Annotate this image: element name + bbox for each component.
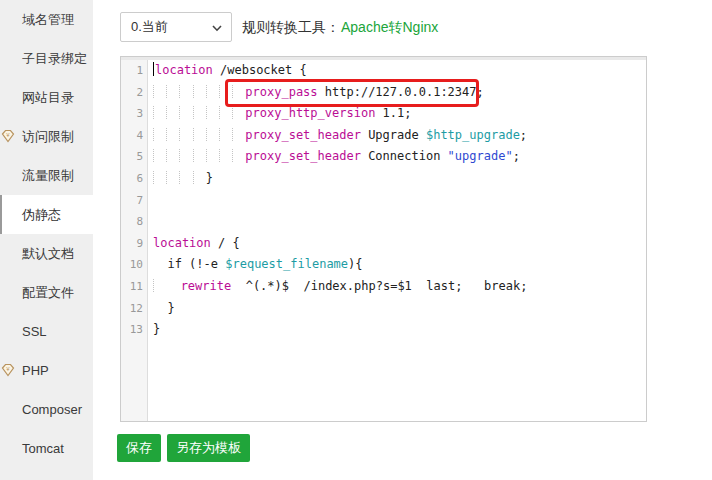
converter-tool-label: 规则转换工具： xyxy=(242,12,340,42)
sidebar-item-1[interactable]: 域名管理 xyxy=(0,0,93,39)
pro-gem-icon: ¥ xyxy=(1,363,15,377)
tab-indent-guide xyxy=(193,106,206,119)
sidebar-item-5[interactable]: 流量限制 xyxy=(0,156,93,195)
code-line-11: rewrite ^(.*)$ /index.php?s=$1 last; bre… xyxy=(153,276,646,298)
tab-indent-guide xyxy=(166,106,179,119)
rule-template-select-value: 0.当前 xyxy=(131,19,168,34)
editor-gutter: 12345678910111213 xyxy=(121,57,148,421)
sidebar-item-11[interactable]: Composer xyxy=(0,390,93,429)
pseudo-static-settings-page: 域名管理子目录绑定网站目录¥访问限制流量限制伪静态默认文档配置文件SSL¥PHP… xyxy=(0,0,712,480)
tab-indent-guide xyxy=(219,128,232,141)
code-line-5: proxy_set_header Connection "upgrade"; xyxy=(153,146,646,168)
rewrite-rule-editor[interactable]: 12345678910111213 location /websocket {p… xyxy=(120,56,647,422)
tab-indent-guide xyxy=(153,279,166,292)
rule-template-select[interactable]: 0.当前 xyxy=(120,12,232,42)
tab-indent-guide xyxy=(153,149,166,162)
save-as-template-button[interactable]: 另存为模板 xyxy=(167,434,250,462)
sidebar-item-label: Composer xyxy=(22,402,82,417)
tab-indent-guide xyxy=(179,171,192,184)
tab-indent-guide xyxy=(179,106,192,119)
sidebar-item-label: Tomcat xyxy=(22,441,64,456)
sidebar: 域名管理子目录绑定网站目录¥访问限制流量限制伪静态默认文档配置文件SSL¥PHP… xyxy=(0,0,93,480)
tab-indent-guide xyxy=(179,149,192,162)
code-line-3: proxy_http_version 1.1; xyxy=(153,103,646,125)
code-line-13: } xyxy=(153,319,646,341)
code-line-7 xyxy=(153,190,646,212)
tab-indent-guide xyxy=(232,106,245,119)
sidebar-item-label: 访问限制 xyxy=(22,129,74,144)
sidebar-item-2[interactable]: 子目录绑定 xyxy=(0,39,93,78)
sidebar-item-label: 配置文件 xyxy=(22,285,74,300)
sidebar-item-label: 流量限制 xyxy=(22,168,74,183)
tab-indent-guide xyxy=(206,128,219,141)
sidebar-item-12[interactable]: Tomcat xyxy=(0,429,93,468)
chevron-down-icon xyxy=(212,25,222,32)
code-content[interactable]: location /websocket {proxy_pass http://1… xyxy=(149,60,646,341)
line-numbers: 12345678910111213 xyxy=(121,60,143,341)
tab-indent-guide xyxy=(153,85,166,98)
tab-indent-guide xyxy=(219,106,232,119)
sidebar-item-10[interactable]: ¥PHP xyxy=(0,351,93,390)
tab-indent-guide xyxy=(166,128,179,141)
tab-indent-guide xyxy=(153,171,166,184)
tab-indent-guide xyxy=(179,128,192,141)
sidebar-item-3[interactable]: 网站目录 xyxy=(0,78,93,117)
tab-indent-guide xyxy=(166,85,179,98)
tab-indent-guide xyxy=(206,85,219,98)
tab-indent-guide xyxy=(232,85,245,98)
text-caret xyxy=(153,62,154,76)
save-button[interactable]: 保存 xyxy=(117,434,161,462)
tab-indent-guide xyxy=(153,106,166,119)
sidebar-scrollbar[interactable] xyxy=(0,195,2,234)
sidebar-item-7[interactable]: 默认文档 xyxy=(0,234,93,273)
tab-indent-guide xyxy=(166,171,179,184)
sidebar-item-8[interactable]: 配置文件 xyxy=(0,273,93,312)
sidebar-item-label: 子目录绑定 xyxy=(22,51,87,66)
sidebar-item-label: 域名管理 xyxy=(22,12,74,27)
code-line-4: proxy_set_header Upgrade $http_upgrade; xyxy=(153,125,646,147)
sidebar-item-label: 默认文档 xyxy=(22,246,74,261)
code-line-10: if (!-e $request_filename){ xyxy=(153,254,646,276)
tab-indent-guide xyxy=(219,85,232,98)
code-line-2: proxy_pass http://127.0.0.1:2347; xyxy=(153,82,646,104)
code-line-1: location /websocket { xyxy=(153,60,646,82)
tab-indent-guide xyxy=(179,85,192,98)
tab-indent-guide xyxy=(193,85,206,98)
sidebar-item-4[interactable]: ¥访问限制 xyxy=(0,117,93,156)
tab-indent-guide xyxy=(206,149,219,162)
sidebar-item-9[interactable]: SSL xyxy=(0,312,93,351)
tab-indent-guide xyxy=(193,171,206,184)
tab-indent-guide xyxy=(166,149,179,162)
tab-indent-guide xyxy=(232,128,245,141)
code-line-9: location / { xyxy=(153,233,646,255)
tab-indent-guide xyxy=(206,106,219,119)
sidebar-item-label: PHP xyxy=(22,363,49,378)
sidebar-item-label: 网站目录 xyxy=(22,90,74,105)
code-line-12: } xyxy=(153,298,646,320)
pro-gem-icon: ¥ xyxy=(1,129,15,143)
code-line-6: } xyxy=(153,168,646,190)
apache-to-nginx-link[interactable]: Apache转Nginx xyxy=(341,12,438,42)
tab-indent-guide xyxy=(219,149,232,162)
tab-indent-guide xyxy=(193,128,206,141)
code-line-8 xyxy=(153,211,646,233)
sidebar-item-6[interactable]: 伪静态 xyxy=(0,195,93,234)
tab-indent-guide xyxy=(193,149,206,162)
sidebar-item-label: 伪静态 xyxy=(22,207,61,222)
sidebar-item-label: SSL xyxy=(22,324,47,339)
tab-indent-guide xyxy=(232,149,245,162)
tab-indent-guide xyxy=(153,128,166,141)
